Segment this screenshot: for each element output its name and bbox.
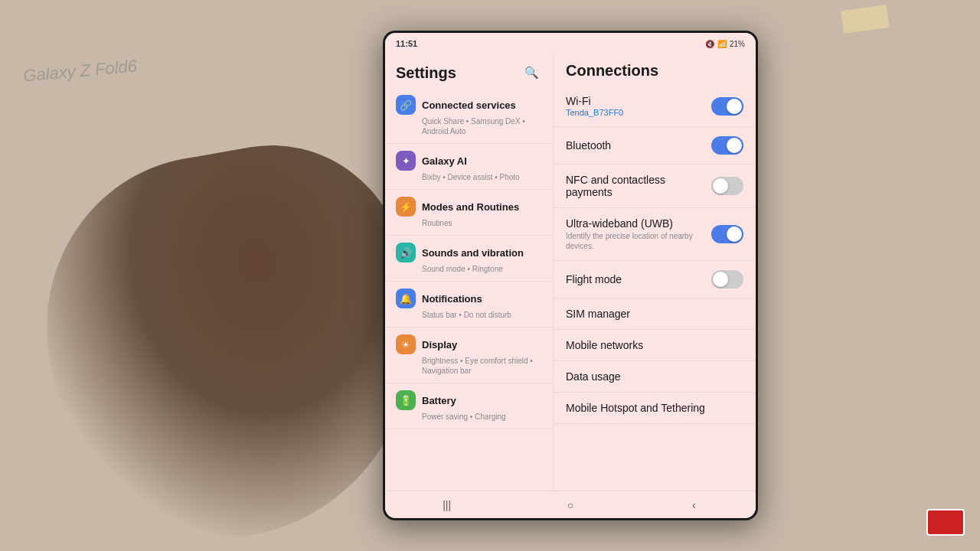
settings-item-notifications[interactable]: 🔔 Notifications Status bar • Do not dist…	[385, 282, 553, 328]
settings-item-galaxy-ai[interactable]: ✦ Galaxy AI Bixby • Device assist • Phot…	[385, 144, 553, 190]
signal-icon: 📶	[717, 40, 727, 48]
quick-share-subtitle: Quick Share • Samsung DeX • Android Auto	[396, 116, 542, 136]
flight-toggle[interactable]	[711, 270, 743, 289]
modes-icon: ⚡	[396, 197, 416, 217]
data-usage-info: Data usage	[566, 370, 743, 383]
display-icon: ☀	[396, 334, 416, 354]
connection-item-nfc[interactable]: NFC and contactless payments	[554, 165, 756, 208]
battery-title: Battery	[422, 395, 456, 406]
phone-frame: 11:51 🔇 📶 21% Settings 🔍	[383, 31, 758, 520]
hotspot-info: Mobile Hotspot and Tethering	[566, 402, 743, 414]
settings-panel: Settings 🔍 🔗 Connected services Quick Sh…	[385, 54, 554, 491]
connection-item-mobile-networks[interactable]: Mobile networks	[554, 330, 756, 361]
bluetooth-toggle-knob	[727, 138, 742, 153]
battery-header: 🔋 Battery	[396, 390, 542, 410]
connection-item-uwb[interactable]: Ultra-wideband (UWB) Identify the precis…	[554, 208, 756, 261]
bluetooth-title: Bluetooth	[566, 139, 711, 152]
connection-item-wifi[interactable]: Wi-Fi Tenda_B73FF0	[554, 86, 756, 127]
wifi-info: Wi-Fi Tenda_B73FF0	[566, 95, 711, 117]
uwb-info: Ultra-wideband (UWB) Identify the precis…	[566, 217, 711, 251]
uwb-title: Ultra-wideband (UWB)	[566, 217, 711, 230]
wifi-title: Wi-Fi	[566, 95, 711, 107]
nfc-toggle-knob	[713, 178, 728, 194]
wifi-toggle-knob	[727, 99, 742, 114]
screen-content: Settings 🔍 🔗 Connected services Quick Sh…	[385, 54, 756, 491]
search-button[interactable]: 🔍	[521, 62, 542, 83]
uwb-desc: Identify the precise location of nearby …	[566, 231, 711, 251]
galaxy-ai-header: ✦ Galaxy AI	[396, 151, 542, 171]
status-icons: 🔇 📶 21%	[705, 40, 745, 48]
flight-info: Flight mode	[566, 273, 711, 285]
connection-item-hotspot[interactable]: Mobile Hotspot and Tethering	[554, 393, 756, 424]
bluetooth-toggle[interactable]	[711, 136, 743, 155]
modes-subtitle: Routines	[396, 218, 542, 228]
sim-info: SIM manager	[566, 308, 743, 320]
notifications-icon: 🔔	[396, 289, 416, 308]
back-icon: ‹	[692, 499, 696, 511]
status-bar: 11:51 🔇 📶 21%	[385, 33, 756, 54]
connection-item-sim[interactable]: SIM manager	[554, 298, 756, 330]
nfc-title: NFC and contactless payments	[566, 174, 711, 198]
settings-item-display[interactable]: ☀ Display Brightness • Eye comfort shiel…	[385, 328, 553, 383]
galaxy-ai-title: Galaxy AI	[422, 155, 467, 167]
battery-text: 21%	[730, 40, 745, 48]
search-icon: 🔍	[524, 66, 539, 80]
sounds-icon: 🔊	[396, 243, 416, 262]
settings-header: Settings 🔍	[385, 54, 553, 88]
connections-title: Connections	[554, 54, 756, 86]
connections-panel: Connections Wi-Fi Tenda_B73FF0 Bluetooth	[554, 54, 756, 491]
nfc-info: NFC and contactless payments	[566, 174, 711, 198]
galaxy-ai-subtitle: Bixby • Device assist • Photo	[396, 172, 542, 182]
connection-item-flight[interactable]: Flight mode	[554, 261, 756, 298]
quick-share-title: Connected services	[422, 99, 516, 111]
card-decoration	[926, 509, 965, 536]
galaxy-ai-icon: ✦	[396, 151, 416, 171]
display-title: Display	[422, 339, 457, 350]
sim-title: SIM manager	[566, 308, 743, 320]
quick-share-icon: 🔗	[396, 95, 416, 115]
wifi-toggle[interactable]	[711, 97, 743, 116]
home-icon: ○	[567, 499, 573, 511]
uwb-toggle-knob	[727, 227, 742, 242]
hotspot-title: Mobile Hotspot and Tethering	[566, 402, 743, 414]
phone-screen: 11:51 🔇 📶 21% Settings 🔍	[385, 33, 756, 518]
mute-icon: 🔇	[705, 40, 714, 48]
flight-title: Flight mode	[566, 273, 711, 285]
settings-item-header: 🔗 Connected services	[396, 95, 542, 115]
connection-item-bluetooth[interactable]: Bluetooth	[554, 127, 756, 165]
notifications-header: 🔔 Notifications	[396, 289, 542, 308]
modes-title: Modes and Routines	[422, 201, 519, 213]
settings-item-sounds[interactable]: 🔊 Sounds and vibration Sound mode • Ring…	[385, 236, 553, 282]
settings-list: 🔗 Connected services Quick Share • Samsu…	[385, 88, 553, 491]
mobile-networks-title: Mobile networks	[566, 339, 743, 351]
recents-icon: |||	[443, 499, 451, 511]
mobile-networks-info: Mobile networks	[566, 339, 743, 351]
notifications-subtitle: Status bar • Do not disturb	[396, 310, 542, 320]
uwb-toggle[interactable]	[711, 225, 743, 243]
flight-toggle-knob	[713, 272, 728, 287]
bluetooth-info: Bluetooth	[566, 139, 711, 152]
recents-button[interactable]: |||	[435, 497, 459, 513]
sounds-title: Sounds and vibration	[422, 247, 524, 259]
settings-item-battery[interactable]: 🔋 Battery Power saving • Charging	[385, 383, 553, 429]
display-header: ☀ Display	[396, 334, 542, 354]
nav-bar: ||| ○ ‹	[385, 491, 756, 518]
status-time: 11:51	[396, 39, 417, 48]
settings-item-quick-share[interactable]: 🔗 Connected services Quick Share • Samsu…	[385, 88, 553, 144]
notifications-title: Notifications	[422, 293, 482, 305]
sounds-subtitle: Sound mode • Ringtone	[396, 264, 542, 274]
home-button[interactable]: ○	[558, 497, 583, 513]
nfc-toggle[interactable]	[711, 177, 743, 195]
battery-icon: 🔋	[396, 390, 416, 410]
battery-subtitle: Power saving • Charging	[396, 412, 542, 422]
settings-item-modes[interactable]: ⚡ Modes and Routines Routines	[385, 190, 553, 236]
wifi-network-name: Tenda_B73FF0	[566, 108, 711, 117]
connection-item-data-usage[interactable]: Data usage	[554, 361, 756, 393]
display-subtitle: Brightness • Eye comfort shield • Naviga…	[396, 356, 542, 376]
modes-header: ⚡ Modes and Routines	[396, 197, 542, 217]
data-usage-title: Data usage	[566, 370, 743, 383]
sounds-header: 🔊 Sounds and vibration	[396, 243, 542, 262]
settings-title: Settings	[396, 64, 456, 82]
back-button[interactable]: ‹	[681, 497, 706, 513]
